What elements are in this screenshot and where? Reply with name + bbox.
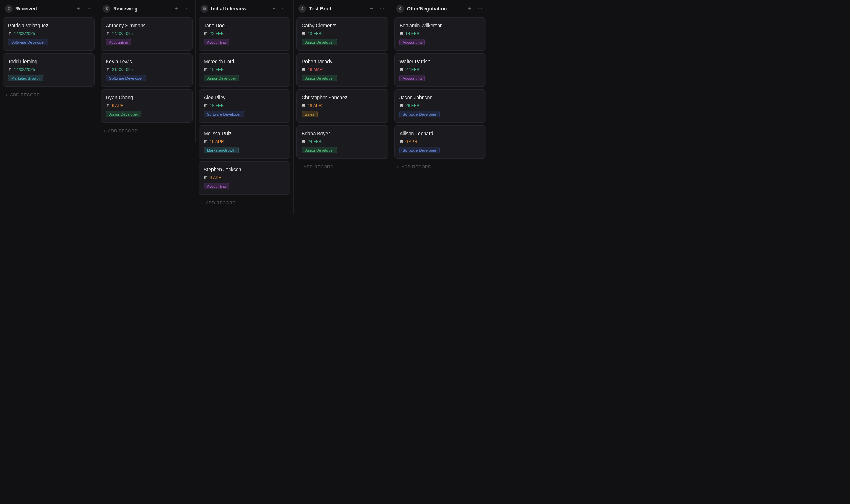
column-add-button-offer-negotiation[interactable]: + [466,5,473,13]
table-row[interactable]: Walter Parrish🗓27 FEBAccounting [394,53,486,87]
date-text: 24 FEB [308,139,322,144]
add-record-button-reviewing[interactable]: +ADD RECORD [101,125,193,137]
date-text: 16 MAR [308,67,323,72]
table-row[interactable]: Jane Doe🗓22 FEBAccounting [199,17,290,51]
candidate-date: 🗓24 FEB [302,139,383,144]
column-header-reviewing: 3Reviewing+··· [101,0,193,17]
column-menu-button-test-brief[interactable]: ··· [378,5,386,13]
table-row[interactable]: Anthony Simmons🗓14/02/2025Accounting [101,17,193,51]
column-add-button-initial-interview[interactable]: + [271,5,277,13]
column-menu-button-initial-interview[interactable]: ··· [280,5,288,13]
add-record-label: ADD RECORD [304,165,334,170]
add-record-button-test-brief[interactable]: +ADD RECORD [296,161,388,173]
candidate-date: 🗓16 MAR [302,67,383,72]
role-badge: Junior Developer [302,75,337,81]
table-row[interactable]: Kevin Lewis🗓21/02/2025Software Developer [101,53,193,87]
candidate-date: 🗓26 FEB [399,103,481,108]
table-row[interactable]: Todd Fleming🗓14/02/2025Marketer/Growth [3,53,95,87]
candidate-date: 🗓27 FEB [399,67,481,72]
calendar-icon: 🗓 [399,139,404,144]
date-text: 27 FEB [405,67,419,72]
candidate-name: Christopher Sanchez [302,95,383,100]
table-row[interactable]: Allison Leonard🗓6 APRSoftware Developer [394,125,486,159]
candidate-date: 🗓16 APR [204,139,285,144]
table-row[interactable]: Stephen Jackson🗓9 APRAccounting [199,161,290,195]
table-row[interactable]: Melissa Ruiz🗓16 APRMarketer/Growth [199,125,290,159]
role-badge: Marketer/Growth [204,147,239,153]
column-add-button-reviewing[interactable]: + [173,5,179,13]
candidate-date: 🗓6 APR [399,139,481,144]
table-row[interactable]: Jason Johnson🗓26 FEBSoftware Developer [394,89,486,123]
candidate-date: 🗓14 FEB [399,31,481,36]
candidate-name: Walter Parrish [399,59,481,64]
add-record-label: ADD RECORD [402,165,432,170]
add-record-button-received[interactable]: +ADD RECORD [3,89,95,101]
table-row[interactable]: Benjamin Wilkerson🗓14 FEBAccounting [394,17,486,51]
table-row[interactable]: Briana Boyer🗓24 FEBJunior Developer [296,125,388,159]
date-text: 26 FEB [405,103,419,108]
candidate-date: 🗓15 FEB [204,67,285,72]
table-row[interactable]: Alex Riley🗓18 FEBSoftware Developer [199,89,290,123]
calendar-icon: 🗓 [204,103,208,108]
calendar-icon: 🗓 [302,67,306,72]
calendar-icon: 🗓 [302,31,306,36]
date-text: 21/02/2025 [112,67,133,72]
date-text: 15 FEB [210,67,224,72]
add-record-label: ADD RECORD [206,201,236,206]
kanban-board: 2Received+···Patricia Velazquez🗓14/02/20… [0,0,850,504]
column-header-test-brief: 4Test Brief+··· [296,0,388,17]
column-count-reviewing: 3 [103,5,110,13]
role-badge: Junior Developer [204,75,239,81]
column-menu-button-reviewing[interactable]: ··· [182,5,190,13]
column-menu-button-offer-negotiation[interactable]: ··· [476,5,484,13]
candidate-date: 🗓22 FEB [204,31,285,36]
role-badge: Accounting [399,75,425,81]
column-title-test-brief: Test Brief [309,6,366,12]
date-text: 14/02/2025 [14,31,35,36]
date-text: 18 FEB [210,103,224,108]
role-badge: Software Developer [8,39,48,45]
column-title-reviewing: Reviewing [113,6,170,12]
date-text: 14/02/2025 [14,67,35,72]
column-offer-negotiation: 4Offer/Negotiation+···Benjamin Wilkerson… [391,0,489,178]
candidate-name: Jason Johnson [399,95,481,100]
table-row[interactable]: Cathy Clements🗓13 FEBJunior Developer [296,17,388,51]
column-add-button-received[interactable]: + [75,5,81,13]
table-row[interactable]: Christopher Sanchez🗓18 APRSales [296,89,388,123]
add-record-button-initial-interview[interactable]: +ADD RECORD [199,197,290,209]
role-badge: Junior Developer [106,111,141,117]
column-count-offer-negotiation: 4 [396,5,404,13]
role-badge: Sales [302,111,318,117]
plus-icon: + [298,164,302,170]
calendar-icon: 🗓 [204,31,208,36]
column-menu-button-received[interactable]: ··· [85,5,93,13]
table-row[interactable]: Meredith Ford🗓15 FEBJunior Developer [199,53,290,87]
column-header-offer-negotiation: 4Offer/Negotiation+··· [394,0,486,17]
table-row[interactable]: Ryan Chang🗓6 APRJunior Developer [101,89,193,123]
calendar-icon: 🗓 [204,67,208,72]
column-title-offer-negotiation: Offer/Negotiation [407,6,463,12]
candidate-name: Stephen Jackson [204,167,285,172]
date-text: 13 FEB [308,31,322,36]
candidate-name: Anthony Simmons [106,23,187,28]
role-badge: Software Developer [399,147,440,153]
role-badge: Accounting [204,183,229,189]
date-text: 16 APR [210,139,224,144]
table-row[interactable]: Robert Moody🗓16 MARJunior Developer [296,53,388,87]
candidate-name: Melissa Ruiz [204,131,285,136]
column-title-initial-interview: Initial Interview [211,6,268,12]
add-record-button-offer-negotiation[interactable]: +ADD RECORD [394,161,486,173]
date-text: 14/02/2025 [112,31,133,36]
candidate-date: 🗓18 FEB [204,103,285,108]
column-title-received: Received [15,6,72,12]
candidate-name: Cathy Clements [302,23,383,28]
column-add-button-test-brief[interactable]: + [368,5,375,13]
plus-icon: + [201,200,204,206]
calendar-icon: 🗓 [399,103,404,108]
add-record-label: ADD RECORD [108,129,138,134]
candidate-name: Todd Fleming [8,59,89,64]
plus-icon: + [103,128,106,134]
column-reviewing: 3Reviewing+···Anthony Simmons🗓14/02/2025… [98,0,196,142]
calendar-icon: 🗓 [302,103,306,108]
table-row[interactable]: Patricia Velazquez🗓14/02/2025Software De… [3,17,95,51]
